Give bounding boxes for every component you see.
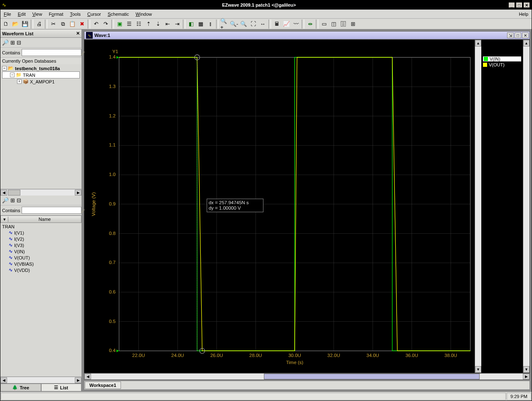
menu-cursor[interactable]: Cursor — [84, 11, 104, 17]
zoom-in-icon[interactable]: 🔍+ — [220, 20, 229, 29]
signal-item[interactable]: ∿V(VDD) — [2, 267, 80, 273]
signal-filter-input[interactable] — [22, 207, 81, 214]
signal-item[interactable]: ∿V(VBIAS) — [2, 261, 80, 267]
signal-item[interactable]: ∿V(IN) — [2, 248, 80, 254]
fft-icon[interactable]: 〰 — [291, 20, 300, 29]
move-right-icon[interactable]: ⇥ — [172, 20, 182, 29]
group-icon[interactable]: ☰ — [125, 20, 134, 29]
menu-schematic[interactable]: Schematic — [104, 11, 132, 17]
legend-item[interactable]: V(OUT) — [483, 62, 521, 67]
menu-help[interactable]: Help — [515, 11, 532, 17]
move-left-icon[interactable]: ⇤ — [163, 20, 172, 29]
ungroup-icon[interactable]: ☷ — [134, 20, 143, 29]
svg-rect-0 — [84, 40, 475, 373]
scroll-up-icon[interactable]: ▲ — [475, 40, 481, 46]
binoculars-icon[interactable]: 🔎 — [2, 197, 9, 203]
zoom-fit-icon[interactable]: 🔍 — [239, 20, 248, 29]
menu-edit[interactable]: Edit — [15, 11, 29, 17]
menu-tools[interactable]: Tools — [66, 11, 84, 17]
wave-restore-icon[interactable]: ⇲ — [507, 32, 514, 38]
layout-4-icon[interactable]: ⊞ — [348, 20, 357, 29]
plot-mode-icon[interactable]: ◧ — [187, 20, 196, 29]
plot-area[interactable]: 1.41.31.21.11.00.90.80.70.60.50.422.0U24… — [84, 40, 475, 373]
scroll-right-icon[interactable]: ▶ — [75, 377, 81, 383]
tree-ampop[interactable]: + 📦 X_AMPOP1 — [2, 78, 80, 85]
scroll-right-icon[interactable]: ▶ — [523, 374, 530, 379]
signal-item[interactable]: ∿I(V1) — [2, 230, 80, 236]
legend-vscroll[interactable]: ▲ ▼ — [523, 40, 530, 373]
cut-icon[interactable]: ✂ — [49, 20, 58, 29]
new-icon[interactable]: 🗋 — [1, 20, 10, 29]
move-up-icon[interactable]: ⇡ — [144, 20, 153, 29]
legend-item[interactable]: V(IN) — [483, 56, 521, 61]
layout-1-icon[interactable]: ▭ — [320, 20, 329, 29]
wave-max-icon[interactable]: □ — [515, 32, 521, 38]
workspace-tab[interactable]: Workspace1 — [85, 381, 121, 389]
sort-dropdown-icon[interactable]: ▾ — [1, 217, 8, 222]
signal-item[interactable]: ∿I(V3) — [2, 242, 80, 248]
redo-icon[interactable]: ↷ — [101, 20, 110, 29]
zoom-out-icon[interactable]: 🔍- — [229, 20, 239, 29]
cursor-track-icon[interactable]: ⫿ — [206, 20, 215, 29]
open-icon[interactable]: 📂 — [11, 20, 20, 29]
delete-icon[interactable]: ✖ — [77, 20, 86, 29]
plot-vscroll[interactable]: ▲ ▼ — [475, 40, 481, 373]
scroll-down-icon[interactable]: ▼ — [475, 366, 481, 373]
menu-format[interactable]: Format — [45, 11, 66, 17]
scroll-left-icon[interactable]: ◀ — [0, 190, 7, 196]
zoom-area-icon[interactable]: ⛶ — [249, 20, 258, 29]
save-icon[interactable]: 💾 — [20, 20, 30, 29]
tree-expand-icon[interactable]: ⊞ — [10, 197, 15, 203]
menu-view[interactable]: View — [29, 11, 46, 17]
waveform-plot[interactable]: 1.41.31.21.11.00.90.80.70.60.50.422.0U24… — [84, 40, 475, 373]
menubar: File Edit View Format Tools Cursor Schem… — [0, 10, 532, 19]
tree-collapse-icon[interactable]: ⊟ — [17, 197, 21, 203]
tree-collapse-icon[interactable]: ⊟ — [17, 39, 21, 46]
tree-hscroll[interactable]: ◀ ▶ — [0, 189, 81, 196]
database-tree: − 📂 testbench_tsmc018a − 📁 TRAN + 📦 X_AM… — [0, 64, 81, 189]
scroll-thumb[interactable] — [264, 374, 480, 379]
add-wave-icon[interactable]: ▣ — [115, 20, 124, 29]
signal-label: I(V3) — [14, 243, 24, 248]
close-button[interactable]: ✕ — [523, 2, 530, 8]
grid-icon[interactable]: ▦ — [196, 20, 205, 29]
paste-icon[interactable]: 📋 — [68, 20, 77, 29]
signal-item[interactable]: ∿I(V2) — [2, 236, 80, 242]
signal-group[interactable]: TRAN — [2, 224, 80, 230]
signal-item[interactable]: ∿V(OUT) — [2, 254, 80, 261]
binoculars-icon[interactable]: 🔎 — [2, 39, 9, 46]
move-down-icon[interactable]: ⇣ — [153, 20, 163, 29]
zoom-x-icon[interactable]: ↔ — [258, 20, 267, 29]
calculator-icon[interactable]: 🖩 — [272, 20, 281, 29]
panel-close-icon[interactable]: ✕ — [76, 31, 80, 36]
layout-2-icon[interactable]: ◫ — [329, 20, 338, 29]
expand-icon[interactable]: + — [17, 79, 22, 84]
scroll-down-icon[interactable]: ▼ — [523, 366, 530, 373]
minimize-button[interactable]: _ — [508, 2, 515, 8]
maximize-button[interactable]: □ — [516, 2, 522, 8]
tab-tree[interactable]: 🌲 Tree — [0, 384, 41, 391]
menu-window[interactable]: Window — [132, 11, 155, 17]
print-icon[interactable]: 🖨 — [34, 20, 44, 29]
measure-icon[interactable]: 📈 — [282, 20, 291, 29]
undo-icon[interactable]: ↶ — [91, 20, 101, 29]
scroll-thumb[interactable] — [8, 190, 20, 196]
expand-icon[interactable]: − — [10, 73, 15, 77]
expand-icon[interactable]: − — [2, 66, 7, 71]
tree-expand-icon[interactable]: ⊞ — [10, 39, 15, 46]
tree-root[interactable]: − 📂 testbench_tsmc018a — [2, 65, 80, 71]
db-filter-input[interactable] — [22, 49, 81, 56]
menu-file[interactable]: File — [0, 11, 15, 17]
scroll-left-icon[interactable]: ◀ — [0, 377, 7, 383]
scroll-right-icon[interactable]: ▶ — [75, 190, 81, 196]
wave-close-icon[interactable]: ✕ — [522, 32, 529, 38]
tab-list[interactable]: ☰ List — [41, 384, 82, 391]
plot-hscroll[interactable]: ◀ ▶ — [84, 373, 530, 380]
scroll-up-icon[interactable]: ▲ — [523, 40, 530, 46]
tree-tran[interactable]: − 📁 TRAN — [2, 71, 80, 78]
copy-icon[interactable]: ⧉ — [58, 20, 67, 29]
scroll-left-icon[interactable]: ◀ — [84, 374, 91, 379]
layout-3-icon[interactable]: ⿲ — [339, 20, 348, 29]
fit-horiz-icon[interactable]: ⇹ — [305, 20, 315, 29]
signal-hscroll[interactable]: ◀ ▶ — [0, 377, 81, 383]
